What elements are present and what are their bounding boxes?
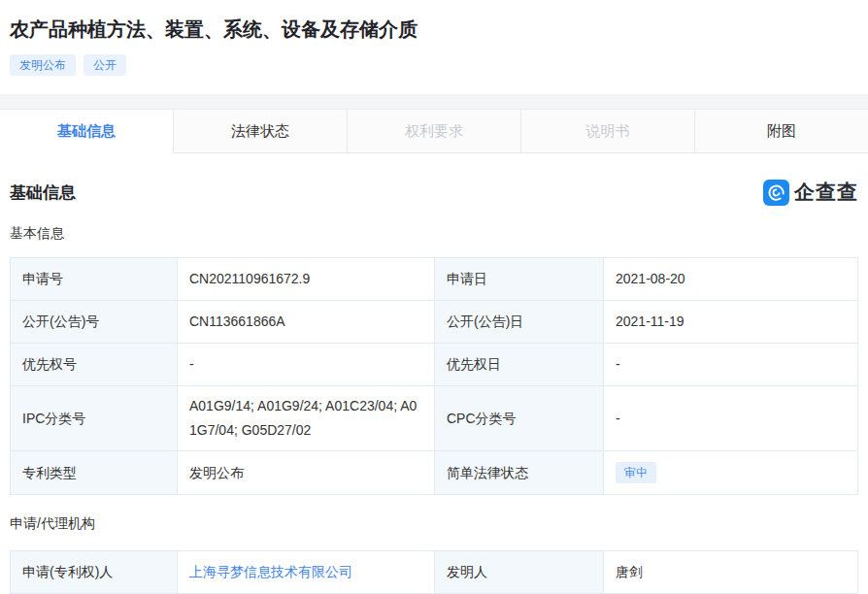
table-row: 专利类型 发明公布 简单法律状态 审中 xyxy=(11,451,857,494)
field-label: 公开(公告)号 xyxy=(11,301,178,343)
basic-info-heading: 基本信息 xyxy=(10,224,858,242)
legal-status-badge: 审中 xyxy=(616,462,656,483)
field-value: A01G9/14; A01G9/24; A01C23/04; A01G7/04;… xyxy=(178,386,435,450)
field-value: CN113661866A xyxy=(178,301,435,343)
field-value: 上海寻梦信息技术有限公司 xyxy=(178,551,435,593)
applicant-company-link[interactable]: 上海寻梦信息技术有限公司 xyxy=(189,560,352,584)
patent-type-tag: 发明公布 xyxy=(10,54,76,76)
field-label: 公开(公告)日 xyxy=(435,301,604,343)
tab-claims[interactable]: 权利要求 xyxy=(348,110,521,153)
tab-description[interactable]: 说明书 xyxy=(521,110,695,153)
patent-status-tag: 公开 xyxy=(83,54,126,76)
tab-drawings[interactable]: 附图 xyxy=(695,110,868,153)
field-value: - xyxy=(178,344,435,385)
field-label: 优先权号 xyxy=(11,344,178,385)
table-row: IPC分类号 A01G9/14; A01G9/24; A01C23/04; A0… xyxy=(11,386,857,451)
field-label: 简单法律状态 xyxy=(435,451,604,494)
tab-bar: 基础信息 法律状态 权利要求 说明书 附图 xyxy=(0,110,868,153)
main-content: 基础信息 企查查 基本信息 申请号 CN202110961672.9 申请日 2… xyxy=(0,179,868,594)
field-label: IPC分类号 xyxy=(11,386,178,450)
field-label: 申请(专利权)人 xyxy=(11,551,178,593)
tab-legal-status[interactable]: 法律状态 xyxy=(174,110,348,153)
tab-basic-info[interactable]: 基础信息 xyxy=(0,110,174,153)
agency-heading: 申请/代理机构 xyxy=(10,514,858,532)
table-row: 公开(公告)号 CN113661866A 公开(公告)日 2021-11-19 xyxy=(11,301,857,344)
field-value: 发明公布 xyxy=(178,451,435,494)
field-value: - xyxy=(604,344,857,385)
field-label: 申请日 xyxy=(435,258,604,300)
field-label: 专利类型 xyxy=(11,451,178,494)
qichacha-brand-name: 企查查 xyxy=(794,179,858,206)
field-value: 唐剑 xyxy=(604,551,857,593)
field-label: 发明人 xyxy=(435,551,604,593)
patent-tag-row: 发明公布 公开 xyxy=(10,54,858,76)
qichacha-logo-icon xyxy=(763,180,789,206)
section-divider-band xyxy=(0,94,868,110)
field-label: 申请号 xyxy=(11,258,178,300)
field-label: CPC分类号 xyxy=(435,386,604,450)
field-value: 2021-08-20 xyxy=(604,258,857,300)
qichacha-brand: 企查查 xyxy=(763,179,858,206)
section-title: 基础信息 xyxy=(10,182,76,204)
table-row: 申请(专利权)人 上海寻梦信息技术有限公司 发明人 唐剑 xyxy=(11,551,857,594)
field-value: 2021-11-19 xyxy=(604,301,857,343)
field-label: 优先权日 xyxy=(435,344,604,385)
field-value: CN202110961672.9 xyxy=(178,258,435,300)
table-row: 申请号 CN202110961672.9 申请日 2021-08-20 xyxy=(11,258,857,301)
field-value: - xyxy=(604,386,857,450)
page-header: 农产品种植方法、装置、系统、设备及存储介质 发明公布 公开 xyxy=(0,0,868,94)
agency-table: 申请(专利权)人 上海寻梦信息技术有限公司 发明人 唐剑 xyxy=(10,550,858,594)
table-row: 优先权号 - 优先权日 - xyxy=(11,344,857,386)
page-title: 农产品种植方法、装置、系统、设备及存储介质 xyxy=(10,16,858,42)
basic-info-table: 申请号 CN202110961672.9 申请日 2021-08-20 公开(公… xyxy=(10,257,858,495)
field-value: 审中 xyxy=(604,451,857,494)
